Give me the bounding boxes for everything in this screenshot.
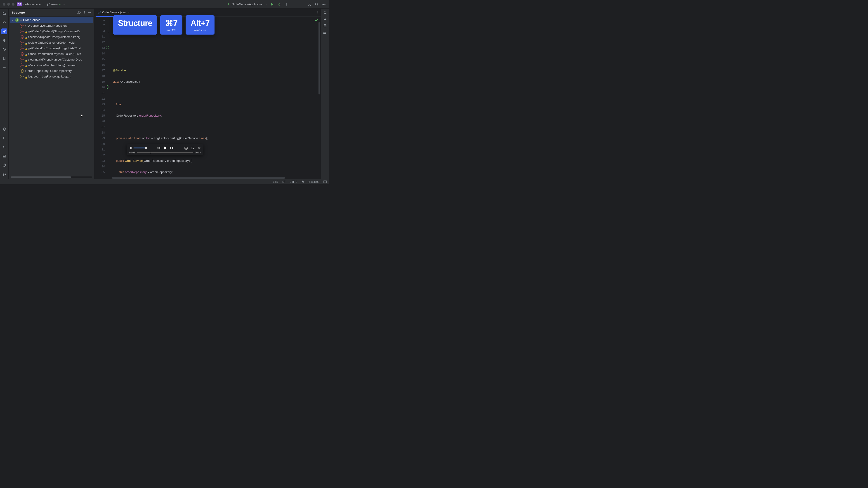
vcs-tool-icon[interactable] — [1, 171, 7, 177]
editor-hscrollbar[interactable] — [94, 177, 320, 179]
tree-member-row[interactable]: mregisterOrder(CustomerOrder): void — [10, 40, 93, 45]
class-icon: C — [16, 18, 19, 22]
tree-class-row[interactable]: ⌄ C OrderService — [10, 17, 93, 23]
tree-member-row[interactable]: mcancelOrderItemsIfPaymentFailed(Custo — [10, 51, 93, 57]
lock-icon — [25, 59, 27, 61]
panel-options-icon[interactable] — [83, 11, 86, 14]
notifications-icon[interactable] — [323, 10, 327, 14]
tree-member-row[interactable]: forderRepository: OrderRepository — [10, 68, 93, 74]
readonly-toggle-icon[interactable] — [301, 180, 304, 183]
build-tool-icon[interactable] — [1, 135, 7, 141]
commit-tool-icon[interactable] — [1, 20, 7, 25]
mouse-cursor — [81, 113, 84, 118]
maven-icon[interactable]: m — [323, 31, 327, 34]
svg-rect-31 — [302, 182, 304, 183]
svg-point-14 — [3, 67, 3, 68]
method-icon: m — [20, 30, 24, 33]
services-tool-icon[interactable] — [1, 144, 7, 150]
svg-rect-17 — [3, 155, 6, 157]
database-icon[interactable] — [323, 24, 327, 28]
terminal-tool-icon[interactable] — [1, 153, 7, 159]
window-traffic-lights[interactable] — [3, 3, 14, 6]
volume-control[interactable] — [129, 147, 146, 150]
seek-bar[interactable] — [137, 152, 193, 153]
more-actions-icon[interactable] — [284, 2, 289, 7]
tree-member-row[interactable]: flog: Log = LogFactory.getLog(...) — [10, 74, 93, 79]
ai-assistant-icon[interactable] — [323, 17, 327, 21]
right-tool-strip: m — [320, 8, 329, 179]
time-total: 00:08 — [195, 151, 201, 154]
more-player-icon[interactable] — [197, 147, 201, 150]
method-icon: m — [20, 46, 24, 50]
close-tab-icon[interactable]: × — [128, 11, 130, 14]
svg-point-8 — [315, 3, 318, 5]
svg-point-3 — [278, 4, 280, 5]
structure-tool-icon[interactable] — [1, 29, 7, 34]
lock-icon — [25, 64, 27, 66]
rewind-button[interactable] — [156, 147, 160, 150]
tree-member-row[interactable]: mcheckAndUpdateOrder(CustomerOrder) — [10, 34, 93, 40]
presentation-mode-icon[interactable] — [323, 180, 327, 183]
pip-icon[interactable] — [191, 147, 194, 150]
lock-icon — [25, 47, 27, 50]
svg-point-25 — [84, 13, 85, 14]
svg-text:m: m — [323, 31, 326, 34]
svg-point-28 — [318, 13, 318, 14]
run-config[interactable]: OrderServiceApplication — [227, 2, 267, 6]
more-tools-icon[interactable] — [1, 65, 7, 70]
tree-member-row[interactable]: mgetOrderByOrderId(String): CustomerOr — [10, 29, 93, 34]
svg-rect-12 — [5, 30, 6, 31]
svg-rect-11 — [3, 30, 4, 31]
override-gutter-icon — [106, 86, 109, 89]
editor-options-icon[interactable] — [316, 11, 319, 14]
tree-member-row[interactable]: mgetOrdersForCustomer(Long): List<Cust — [10, 45, 93, 51]
left-tool-strip — [0, 8, 8, 179]
gitlab-tool-icon[interactable] — [1, 46, 7, 53]
tree-member-row[interactable]: misValidPhoneNumber(String): boolean — [10, 62, 93, 68]
structure-hscrollbar[interactable] — [11, 176, 92, 178]
svg-point-29 — [324, 24, 326, 25]
svg-point-5 — [286, 4, 287, 4]
svg-point-9 — [323, 4, 324, 5]
svg-point-10 — [4, 22, 5, 23]
shortcut-card: Alt+7Win/Linux — [186, 15, 215, 35]
search-icon[interactable] — [314, 2, 319, 7]
hide-panel-icon[interactable] — [88, 11, 91, 14]
code-with-me-icon[interactable] — [307, 2, 312, 7]
method-icon: m — [20, 41, 24, 44]
tree-member-row[interactable]: mOrderService(OrderRepository) — [10, 23, 93, 29]
shortcut-card: Structure — [113, 15, 157, 35]
svg-point-19 — [3, 173, 4, 174]
svg-point-20 — [3, 175, 4, 175]
field-icon: f — [20, 75, 24, 78]
project-selector[interactable]: OS order-service — [17, 2, 44, 6]
view-options-icon[interactable] — [76, 11, 81, 14]
project-tool-icon[interactable] — [1, 10, 7, 16]
problems-tool-icon[interactable] — [1, 162, 7, 168]
svg-point-6 — [286, 5, 287, 5]
tree-member-row[interactable]: mclearInvalidPhoneNumber(CustomerOrde — [10, 57, 93, 62]
bookmarks-tool-icon[interactable] — [1, 56, 7, 61]
shortcut-card: ⌘7macOS — [160, 15, 182, 35]
structure-header: Structure — [8, 8, 94, 17]
vcs-branch[interactable]: main — [47, 2, 65, 6]
lock-icon — [25, 53, 27, 55]
settings-icon[interactable] — [321, 2, 327, 7]
airplay-icon[interactable] — [184, 147, 188, 150]
debug-button[interactable] — [277, 2, 282, 7]
project-name: order-service — [24, 2, 41, 6]
structure-title: Structure — [12, 11, 74, 14]
caret-position[interactable]: 13:7 — [273, 180, 278, 184]
learn-tool-icon[interactable] — [1, 37, 7, 43]
method-icon: m — [20, 64, 24, 67]
layers-tool-icon[interactable] — [1, 126, 7, 132]
run-button[interactable] — [270, 2, 274, 7]
time-current: 00:02 — [129, 151, 135, 154]
file-encoding[interactable]: UTF-8 — [289, 180, 297, 184]
svg-point-15 — [4, 67, 4, 68]
structure-tree[interactable]: ⌄ C OrderService mOrderService(OrderRepo… — [8, 17, 94, 176]
forward-button[interactable] — [170, 147, 174, 150]
play-button[interactable] — [163, 146, 167, 150]
line-separator[interactable]: LF — [282, 180, 285, 184]
indent-setting[interactable]: 4 spaces — [308, 180, 319, 184]
